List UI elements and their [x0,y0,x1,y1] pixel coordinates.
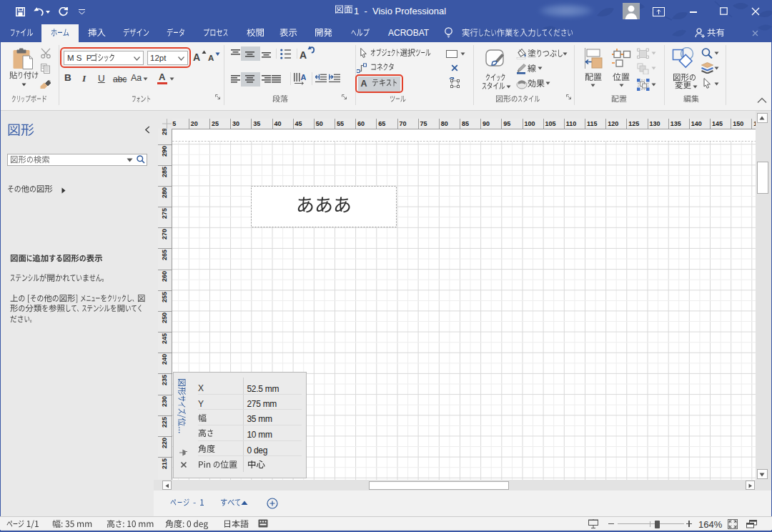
svg-text:A: A [301,73,307,82]
